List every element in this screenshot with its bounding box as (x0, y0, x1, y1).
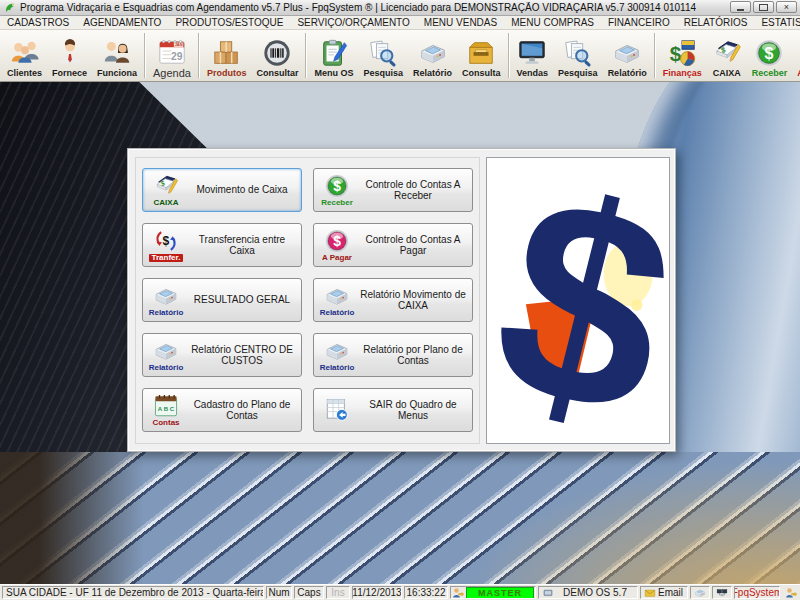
supplier-person-icon (55, 38, 85, 68)
status-num-lock: Num (266, 586, 292, 599)
menu-menu-compras[interactable]: MENU COMPRAS (504, 17, 601, 28)
status-network[interactable] (712, 586, 732, 599)
menu-agendamento[interactable]: AGENDAMENTO (76, 17, 168, 28)
status-brand: FpqSystem (734, 586, 780, 599)
search-pages-icon (563, 38, 593, 68)
toolbar-relatorio-os[interactable]: Relatório (408, 30, 457, 81)
menu-relatorios[interactable]: RELATÓRIOS (677, 17, 755, 28)
menu-bar: CADASTROS AGENDAMENTO PRODUTOS/ESTOQUE S… (0, 16, 800, 30)
menu-produtos-estoque[interactable]: PRODUTOS/ESTOQUE (168, 17, 290, 28)
title-bar: Programa Vidraçaria e Esquadrias com Age… (0, 0, 800, 16)
menu-servico-orcamento[interactable]: SERVIÇO/ORÇAMENTO (290, 17, 416, 28)
toolbar-separator (305, 33, 307, 78)
relatorio-centro-de-custos-button[interactable]: Relatório Relatório CENTRO DE CUSTOS (142, 333, 302, 377)
exit-grid-icon (317, 397, 357, 423)
clients-people-icon (10, 38, 40, 68)
toolbar-relatorio-vendas[interactable]: Relatório (603, 30, 652, 81)
product-boxes-icon (212, 38, 242, 68)
dialog-button-panel: CAIXA Movimento de Caixa Receber Control… (135, 157, 480, 444)
archive-drawer-icon (466, 38, 496, 68)
menu-estatistica[interactable]: ESTATISTICA (754, 17, 800, 28)
status-time: 16:33:22 (404, 586, 448, 599)
toolbar-clientes[interactable]: Clientes (2, 30, 47, 81)
cadastro-plano-de-contas-button[interactable]: Contas Cadastro do Plano de Contas (142, 388, 302, 432)
employees-people-icon (102, 38, 132, 68)
window-title: Programa Vidraçaria e Esquadrias com Age… (20, 2, 696, 13)
close-icon: × (784, 3, 789, 12)
restore-icon (759, 4, 768, 11)
barcode-icon (262, 38, 292, 68)
green-dollar-ball-icon (754, 38, 784, 68)
toolbar-receber[interactable]: Receber (747, 30, 793, 81)
contas-a-pagar-button[interactable]: A Pagar Controle do Contas A Pagar (313, 223, 473, 267)
toolbar-a-pagar[interactable]: A Pagar (792, 30, 800, 81)
toolbar-separator (508, 33, 510, 78)
status-printer[interactable] (690, 586, 710, 599)
status-date: 11/12/2013 (352, 586, 402, 599)
toolbar-pesquisa-vendas[interactable]: Pesquisa (553, 30, 603, 81)
app-logo-icon (4, 2, 16, 14)
search-pages-icon (368, 38, 398, 68)
toolbar-separator (144, 33, 146, 78)
minimize-button[interactable] (730, 1, 751, 13)
background-glass-roof (0, 452, 800, 584)
toolbar-funcionarios[interactable]: Funciona (92, 30, 142, 81)
minimize-icon (737, 9, 744, 11)
restore-button[interactable] (753, 1, 774, 13)
user-key-icon (785, 587, 797, 599)
toolbar: Clientes Fornece Funciona Agenda Produto… (0, 30, 800, 82)
resultado-geral-button[interactable]: Relatório RESULTADO GERAL (142, 278, 302, 322)
toolbar-agenda[interactable]: Agenda (148, 30, 196, 81)
transferencia-entre-caixa-button[interactable]: Tranfer. Transferencia entre Caixa (142, 223, 302, 267)
status-caps-lock: Caps (294, 586, 324, 599)
transfer-arrows-icon: Tranfer. (146, 228, 186, 263)
toolbar-produtos[interactable]: Produtos (202, 30, 252, 81)
close-button[interactable]: × (776, 1, 797, 13)
status-user-badge: MASTER (466, 587, 534, 599)
red-dollar-ball-icon: A Pagar (317, 228, 357, 263)
desktop-background: CAIXA Movimento de Caixa Receber Control… (0, 82, 800, 584)
toolbar-separator (198, 33, 200, 78)
envelope-icon (644, 587, 656, 599)
device-icon (542, 587, 554, 599)
toolbar-financas[interactable]: Finanças (658, 30, 707, 81)
sales-monitor-icon (517, 38, 547, 68)
relatorio-movimento-caixa-button[interactable]: Relatório Relatório Movimento de CAIXA (313, 278, 473, 322)
network-icon (716, 587, 728, 599)
cashbook-icon: CAIXA (146, 173, 186, 208)
menu-cadastros[interactable]: CADASTROS (0, 17, 76, 28)
sair-quadro-menus-button[interactable]: SAIR do Quadro de Menus (313, 388, 473, 432)
green-dollar-ball-icon: Receber (317, 173, 357, 208)
toolbar-consulta[interactable]: Consulta (457, 30, 506, 81)
status-user-icon (782, 586, 798, 599)
status-bar: SUA CIDADE - UF 11 de Dezembro de 2013 -… (0, 584, 800, 600)
status-insert: Ins (326, 586, 350, 599)
status-logged-user: MASTER (450, 586, 536, 599)
printer-icon (694, 587, 706, 599)
toolbar-caixa[interactable]: CAIXA (707, 30, 747, 81)
printer-icon: Relatório (146, 338, 186, 373)
calendar-icon (157, 36, 187, 66)
printer-icon: Relatório (146, 283, 186, 318)
status-location: SUA CIDADE - UF 11 de Dezembro de 2013 -… (2, 586, 264, 599)
printer-icon (418, 38, 448, 68)
toolbar-separator (654, 33, 656, 78)
service-order-clipboard-icon (319, 38, 349, 68)
toolbar-fornecedores[interactable]: Fornece (47, 30, 92, 81)
status-app-version: DEMO OS 5.7 (538, 586, 638, 599)
toolbar-consultar[interactable]: Consultar (251, 30, 303, 81)
printer-icon: Relatório (317, 283, 357, 318)
dollar-shield-logo-panel: $ $ (486, 157, 670, 444)
relatorio-plano-de-contas-button[interactable]: Relatório Relatório por Plano de Contas (313, 333, 473, 377)
status-email[interactable]: Email (640, 586, 688, 599)
abc-plan-icon: Contas (146, 393, 186, 428)
movimento-de-caixa-button[interactable]: CAIXA Movimento de Caixa (142, 168, 302, 212)
contas-a-receber-button[interactable]: Receber Controle do Contas A Receber (313, 168, 473, 212)
toolbar-vendas[interactable]: Vendas (512, 30, 554, 81)
user-key-icon (452, 587, 464, 599)
toolbar-pesquisa-os[interactable]: Pesquisa (359, 30, 409, 81)
financeiro-menu-dialog: CAIXA Movimento de Caixa Receber Control… (127, 148, 676, 452)
menu-menu-vendas[interactable]: MENU VENDAS (417, 17, 504, 28)
toolbar-menu-os[interactable]: Menu OS (309, 30, 358, 81)
menu-financeiro[interactable]: FINANCEIRO (601, 17, 677, 28)
